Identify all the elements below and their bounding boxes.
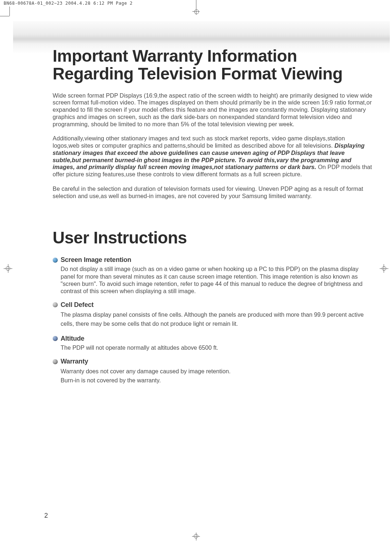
section-title: Cell Defect xyxy=(61,301,94,309)
section-header: Altitude xyxy=(53,335,373,342)
section-warranty: Warranty Warranty does not cover any dam… xyxy=(53,358,373,385)
bullet-icon xyxy=(53,359,58,364)
bullet-icon xyxy=(53,336,58,341)
print-job-header: BN68-00678A-01_002~23 2004.4.28 6:12 PM … xyxy=(4,1,132,6)
section-screen-retention: Screen Image retention Do not display a … xyxy=(53,256,373,294)
heading-warranty-info: Important Warranty Information Regarding… xyxy=(53,47,373,83)
crop-mark-icon xyxy=(196,533,196,541)
bullet-icon xyxy=(53,302,58,307)
section-header: Cell Defect xyxy=(53,301,373,309)
section-header: Screen Image retention xyxy=(53,256,373,264)
paragraph-format-viewing: Wide screen format PDP Displays (16:9,th… xyxy=(53,92,373,128)
section-body: The PDP will not operate normally at alt… xyxy=(61,344,373,351)
page-number: 2 xyxy=(44,512,48,520)
crop-mark-icon xyxy=(196,8,196,15)
section-header: Warranty xyxy=(53,358,373,365)
registration-mark-icon xyxy=(384,264,384,273)
section-body: The plasma display panel consists of fin… xyxy=(61,310,373,328)
section-altitude: Altitude The PDP will not operate normal… xyxy=(53,335,373,351)
crop-mark-icon xyxy=(9,7,10,16)
section-body: Warranty does not cover any damage cause… xyxy=(61,367,373,385)
bullet-icon xyxy=(53,258,58,263)
section-title: Warranty xyxy=(61,358,88,365)
section-title: Altitude xyxy=(61,335,84,342)
paragraph-stationary-images: Additionally,viewing other stationary im… xyxy=(53,135,373,178)
section-body: Do not display a still image (such as on… xyxy=(61,265,373,294)
registration-mark-icon xyxy=(8,264,8,273)
section-cell-defect: Cell Defect The plasma display panel con… xyxy=(53,301,373,328)
heading-user-instructions: User Instructions xyxy=(53,228,373,247)
page-content: Important Warranty Information Regarding… xyxy=(53,47,373,391)
registration-mark-icon xyxy=(380,268,388,269)
crop-mark-icon xyxy=(0,16,9,16)
paragraph-not-covered: Be careful in the selection and duration… xyxy=(53,185,373,200)
section-title: Screen Image retention xyxy=(61,256,131,264)
para2-intro: Additionally,viewing other stationary im… xyxy=(53,135,345,149)
